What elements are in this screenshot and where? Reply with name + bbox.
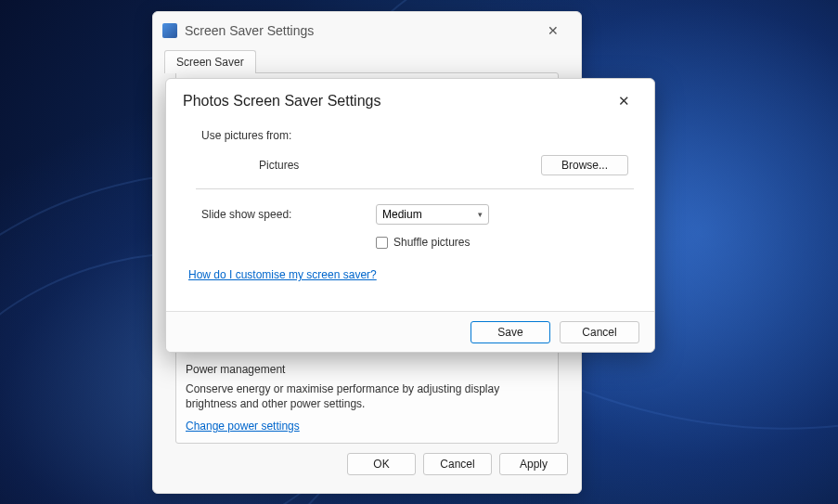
chevron-down-icon: ▾: [478, 210, 483, 219]
tab-screen-saver[interactable]: Screen Saver: [164, 50, 256, 73]
slide-show-speed-value: Medium: [382, 208, 422, 221]
child-dialog-title: Photos Screen Saver Settings: [183, 93, 610, 110]
close-icon[interactable]: ✕: [610, 93, 638, 110]
cancel-button[interactable]: Cancel: [560, 321, 639, 343]
customise-screen-saver-help-link[interactable]: How do I customise my screen saver?: [188, 268, 377, 281]
parent-titlebar[interactable]: Screen Saver Settings ✕: [153, 12, 581, 49]
screen-saver-icon: [162, 23, 177, 38]
divider: [196, 188, 634, 189]
apply-button[interactable]: Apply: [499, 453, 568, 475]
photos-screen-saver-settings-dialog: Photos Screen Saver Settings ✕ Use pictu…: [165, 78, 655, 353]
parent-window-title: Screen Saver Settings: [185, 23, 527, 38]
power-management-description: Conserve energy or maximise performance …: [186, 381, 548, 411]
cancel-button[interactable]: Cancel: [423, 453, 492, 475]
slide-show-speed-label: Slide show speed:: [201, 208, 376, 221]
use-pictures-from-label: Use pictures from:: [201, 129, 628, 142]
browse-button[interactable]: Browse...: [541, 155, 628, 175]
close-icon[interactable]: ✕: [535, 23, 572, 38]
child-titlebar[interactable]: Photos Screen Saver Settings ✕: [166, 79, 654, 123]
slide-show-speed-select[interactable]: Medium ▾: [376, 204, 489, 225]
change-power-settings-link[interactable]: Change power settings: [186, 420, 300, 433]
ok-button[interactable]: OK: [347, 453, 416, 475]
shuffle-pictures-label: Shuffle pictures: [393, 236, 471, 249]
shuffle-pictures-checkbox[interactable]: [376, 237, 388, 249]
save-button[interactable]: Save: [471, 321, 550, 343]
pictures-folder-value: Pictures: [259, 159, 299, 172]
power-management-heading: Power management: [186, 363, 548, 376]
